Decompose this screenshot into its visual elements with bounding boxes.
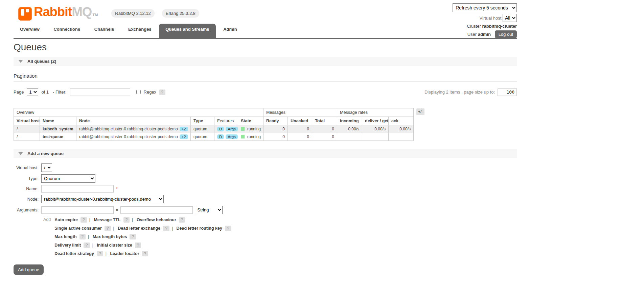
arg-link-overflow-behaviour[interactable]: Overflow behaviour bbox=[137, 218, 176, 222]
shortcut-line-3: Max length?| Max length bytes? bbox=[54, 234, 231, 239]
all-queues-section-header[interactable]: All queues (2) bbox=[14, 57, 517, 66]
col-ack[interactable]: ack bbox=[389, 117, 414, 125]
add-hint-label: Add bbox=[43, 217, 51, 259]
type-field-select[interactable]: Quorum bbox=[41, 174, 95, 183]
help-icon[interactable]: ? bbox=[97, 251, 103, 256]
arg-link-dead-letter-exchange[interactable]: Dead letter exchange bbox=[118, 226, 160, 231]
brand-rabbit-text: Rabbit bbox=[34, 5, 72, 19]
arg-link-dead-letter-routing-key[interactable]: Dead letter routing key bbox=[176, 226, 222, 231]
logout-button[interactable]: Log out bbox=[495, 30, 517, 38]
col-virtual-host[interactable]: Virtual host bbox=[14, 117, 40, 125]
argument-type-select[interactable]: String bbox=[195, 206, 223, 214]
argument-shortcut-lines: Auto expire?| Message TTL?| Overflow beh… bbox=[54, 217, 231, 259]
tab-channels[interactable]: Channels bbox=[88, 24, 121, 38]
arg-link-max-length[interactable]: Max length bbox=[54, 234, 76, 239]
tab-connections[interactable]: Connections bbox=[47, 24, 87, 38]
col-unacked[interactable]: Unacked bbox=[288, 117, 312, 125]
help-icon[interactable]: ? bbox=[163, 226, 169, 231]
tab-queues-and-streams[interactable]: Queues and Streams bbox=[159, 24, 215, 38]
cell-ready: 0 bbox=[263, 125, 288, 133]
rabbitmq-logo-icon bbox=[18, 6, 32, 21]
col-state[interactable]: State bbox=[238, 117, 263, 125]
col-incoming[interactable]: incoming bbox=[337, 117, 362, 125]
help-icon[interactable]: ? bbox=[123, 217, 130, 223]
arg-link-auto-expire[interactable]: Auto expire bbox=[54, 218, 78, 222]
regex-label: Regex bbox=[144, 90, 157, 95]
help-icon[interactable]: ? bbox=[80, 217, 87, 223]
regex-help-icon[interactable]: ? bbox=[159, 90, 165, 95]
col-name[interactable]: Name bbox=[40, 117, 76, 125]
pagination-controls: Page 1 of 1 - Filter: Regex ? Displaying… bbox=[14, 88, 517, 96]
cell-ready: 0 bbox=[263, 133, 288, 141]
rabbitmq-management-app: RabbitMQTM RabbitMQ 3.12.12 Erlang 25.3.… bbox=[14, 0, 517, 275]
arg-link-message-ttl[interactable]: Message TTL bbox=[94, 218, 120, 222]
pagination-heading: Pagination bbox=[14, 66, 517, 82]
page-number-select[interactable]: 1 bbox=[27, 88, 38, 96]
help-icon[interactable]: ? bbox=[79, 234, 86, 239]
filter-label: - Filter: bbox=[53, 90, 66, 95]
link-separator: | bbox=[106, 251, 107, 256]
arg-link-initial-cluster-size[interactable]: Initial cluster size bbox=[97, 243, 132, 248]
col-ready[interactable]: Ready bbox=[263, 117, 288, 125]
argument-shortcuts: Add Auto expire?| Message TTL?| Overflow… bbox=[43, 217, 517, 259]
arguments-field-label: Arguments: bbox=[14, 208, 39, 212]
col-deliver-get[interactable]: deliver / get bbox=[362, 117, 389, 125]
form-row-name: Name: * bbox=[14, 185, 517, 193]
help-icon[interactable]: ? bbox=[225, 226, 231, 231]
cell-unacked: 0 bbox=[288, 125, 312, 133]
args-badge[interactable]: Args bbox=[226, 127, 238, 131]
help-icon[interactable]: ? bbox=[84, 243, 90, 248]
node-more-badge[interactable]: +2 bbox=[180, 134, 188, 139]
cell-node: rabbit@rabbitmq-cluster-0.rabbitmq-clust… bbox=[76, 133, 191, 141]
virtual-host-row: Virtual host All bbox=[453, 14, 517, 22]
col-total[interactable]: Total bbox=[312, 117, 337, 125]
args-badge[interactable]: Args bbox=[226, 134, 238, 139]
page-size-input[interactable] bbox=[498, 88, 517, 96]
col-type[interactable]: Type bbox=[191, 117, 214, 125]
tab-overview[interactable]: Overview bbox=[14, 24, 46, 38]
add-queue-button[interactable]: Add queue bbox=[14, 264, 44, 275]
queue-name-link[interactable]: test-queue bbox=[40, 133, 76, 141]
help-icon[interactable]: ? bbox=[130, 234, 136, 239]
virtual-host-select[interactable]: All bbox=[503, 14, 517, 22]
tab-admin[interactable]: Admin bbox=[217, 24, 243, 38]
queue-name-link[interactable]: kubedb_system bbox=[40, 125, 76, 133]
help-icon[interactable]: ? bbox=[142, 251, 148, 256]
help-icon[interactable]: ? bbox=[179, 217, 185, 223]
arg-link-delivery-limit[interactable]: Delivery limit bbox=[54, 243, 81, 248]
brand-tm-text: TM bbox=[92, 13, 98, 17]
arg-link-dead-letter-strategy[interactable]: Dead letter strategy bbox=[54, 251, 94, 256]
tab-exchanges[interactable]: Exchanges bbox=[122, 24, 158, 38]
top-bar: RabbitMQTM RabbitMQ 3.12.12 Erlang 25.3.… bbox=[14, 0, 517, 21]
durable-badge[interactable]: D bbox=[217, 134, 224, 139]
regex-checkbox[interactable] bbox=[136, 90, 141, 94]
cell-unacked: 0 bbox=[288, 133, 312, 141]
help-icon[interactable]: ? bbox=[135, 243, 141, 248]
shortcut-line-2: Single active consumer?| Dead letter exc… bbox=[54, 226, 231, 231]
name-field-input[interactable] bbox=[41, 185, 114, 193]
vhost-field-select[interactable]: / bbox=[41, 163, 52, 172]
column-toggle-button[interactable]: +/- bbox=[416, 108, 424, 115]
arg-link-leader-locator[interactable]: Leader locator bbox=[110, 251, 139, 256]
rabbitmq-logo[interactable]: RabbitMQTM bbox=[18, 5, 98, 21]
argument-value-input[interactable] bbox=[120, 206, 193, 214]
shortcut-line-5: Dead letter strategy?| Leader locator? bbox=[54, 251, 231, 256]
cell-total: 0 bbox=[312, 133, 337, 141]
cell-vhost: / bbox=[14, 125, 40, 133]
argument-key-input[interactable] bbox=[41, 206, 114, 214]
arg-link-single-active-consumer[interactable]: Single active consumer bbox=[54, 226, 102, 231]
node-field-select[interactable]: rabbit@rabbitmq-cluster-0.rabbitmq-clust… bbox=[41, 195, 164, 203]
help-icon[interactable]: ? bbox=[105, 226, 111, 231]
col-node[interactable]: Node bbox=[76, 117, 191, 125]
refresh-interval-select[interactable]: Refresh every 5 seconds bbox=[453, 3, 517, 12]
form-row-virtual-host: Virtual host: / bbox=[14, 163, 517, 172]
add-queue-section-header[interactable]: Add a new queue bbox=[14, 149, 517, 158]
queues-table-wrap: Overview Messages Message rates Virtual … bbox=[14, 108, 517, 141]
arg-link-max-length-bytes[interactable]: Max length bytes bbox=[93, 234, 127, 239]
node-more-badge[interactable]: +2 bbox=[180, 127, 188, 131]
node-name: rabbit@rabbitmq-cluster-0.rabbitmq-clust… bbox=[79, 127, 178, 131]
group-message-rates: Message rates bbox=[337, 108, 414, 117]
user-name: admin bbox=[478, 32, 491, 37]
filter-input[interactable] bbox=[70, 88, 130, 96]
durable-badge[interactable]: D bbox=[217, 127, 224, 131]
